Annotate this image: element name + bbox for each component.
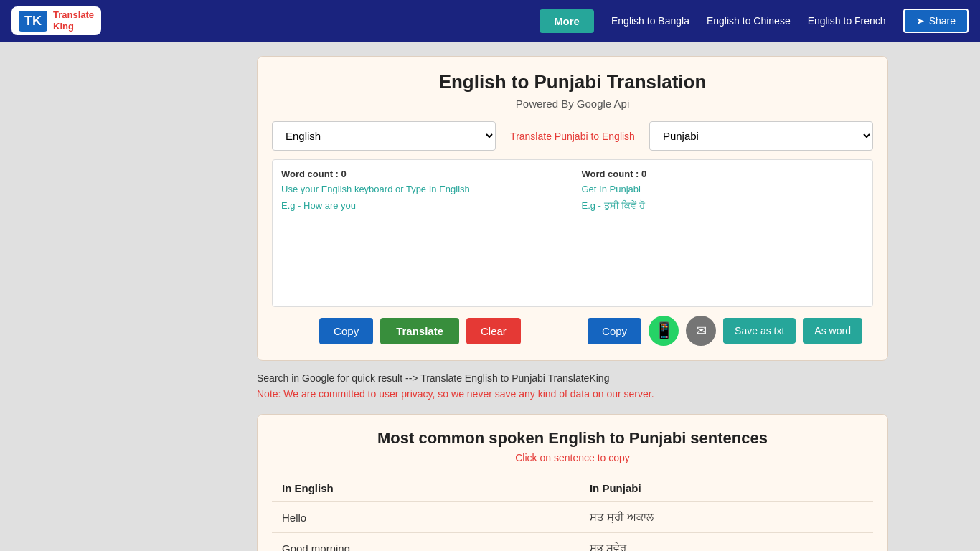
logo-tk-badge: TK	[19, 11, 47, 32]
target-language-select[interactable]: Punjabi	[649, 121, 873, 151]
buttons-row: Copy Translate Clear Copy 📱 ✉ Save as tx…	[272, 316, 873, 346]
col-english: In English	[272, 475, 580, 502]
logo-text: Translate King	[53, 9, 94, 32]
main-content: English to Punjabi Translation Powered B…	[250, 42, 895, 551]
target-example: E.g - ਤੁਸੀ ਕਿਵੇਂ ਹੋ	[582, 200, 864, 212]
target-word-count: Word count : 0	[582, 169, 864, 179]
sentences-title: Most common spoken English to Punjabi se…	[272, 429, 873, 448]
left-buttons: Copy Translate Clear	[272, 318, 568, 344]
page-wrapper: English to Punjabi Translation Powered B…	[0, 42, 980, 551]
table-row[interactable]: Helloਸਤ ਸ੍ਰੀ ਅਕਾਲ	[272, 502, 873, 533]
whatsapp-share-button[interactable]: 📱	[649, 316, 679, 346]
sentence-punjabi[interactable]: ਸੁਭ ਸਵੇਰ	[580, 533, 873, 552]
swap-languages-link[interactable]: Translate Punjabi to English	[503, 131, 642, 142]
share-button[interactable]: ➤ Share	[903, 9, 969, 33]
col-punjabi: In Punjabi	[580, 475, 873, 502]
nav-link-bangla[interactable]: English to Bangla	[611, 15, 689, 27]
sentence-english[interactable]: Good morning	[272, 533, 580, 552]
click-hint: Click on sentence to copy	[272, 452, 873, 463]
source-language-select[interactable]: English	[272, 121, 496, 151]
source-hint: Use your English keyboard or Type In Eng…	[281, 184, 564, 194]
copy-target-button[interactable]: Copy	[588, 318, 641, 344]
share-icon: ➤	[916, 15, 925, 27]
whatsapp-icon: 📱	[654, 321, 674, 340]
more-button[interactable]: More	[540, 9, 594, 33]
copy-source-button[interactable]: Copy	[319, 318, 373, 344]
textareas-row: Word count : 0 Use your English keyboard…	[272, 159, 873, 307]
lang-selector-row: English Translate Punjabi to English Pun…	[272, 121, 873, 151]
source-textarea[interactable]	[281, 211, 564, 298]
sentence-punjabi[interactable]: ਸਤ ਸ੍ਰੀ ਅਕਾਲ	[580, 502, 873, 533]
save-as-word-button[interactable]: As word	[803, 318, 862, 344]
logo-link[interactable]: TK Translate King	[11, 6, 101, 34]
navbar: TK Translate King More English to Bangla…	[0, 0, 980, 42]
page-title: English to Punjabi Translation	[272, 71, 873, 93]
target-panel: Word count : 0 Get In Punjabi E.g - ਤੁਸੀ…	[573, 160, 873, 306]
sentences-card: Most common spoken English to Punjabi se…	[257, 414, 888, 551]
right-buttons: Copy 📱 ✉ Save as txt As word	[577, 316, 873, 346]
sentence-english[interactable]: Hello	[272, 502, 580, 533]
nav-links: More English to Bangla English to Chines…	[540, 9, 969, 33]
clear-button[interactable]: Clear	[466, 318, 521, 344]
translate-button[interactable]: Translate	[380, 318, 459, 344]
search-hint: Search in Google for quick result --> Tr…	[257, 372, 888, 384]
privacy-note: Note: We are committed to user privacy, …	[257, 388, 888, 400]
save-as-txt-button[interactable]: Save as txt	[723, 318, 796, 344]
sentences-table: In English In Punjabi Helloਸਤ ਸ੍ਰੀ ਅਕਾਲG…	[272, 475, 873, 551]
nav-link-chinese[interactable]: English to Chinese	[707, 15, 791, 27]
source-panel: Word count : 0 Use your English keyboard…	[273, 160, 573, 306]
content-area: English to Punjabi Translation Powered B…	[165, 42, 980, 551]
source-word-count: Word count : 0	[281, 169, 564, 179]
target-hint: Get In Punjabi	[582, 184, 864, 194]
table-row[interactable]: Good morningਸੁਭ ਸਵੇਰ	[272, 533, 873, 552]
target-textarea[interactable]	[582, 212, 864, 298]
page-subtitle: Powered By Google Api	[272, 98, 873, 110]
nav-link-french[interactable]: English to French	[808, 15, 886, 27]
email-share-button[interactable]: ✉	[686, 316, 716, 346]
translation-card: English to Punjabi Translation Powered B…	[257, 56, 888, 361]
left-sidebar	[0, 42, 165, 551]
source-example: E.g - How are you	[281, 200, 564, 211]
email-icon: ✉	[696, 323, 707, 339]
